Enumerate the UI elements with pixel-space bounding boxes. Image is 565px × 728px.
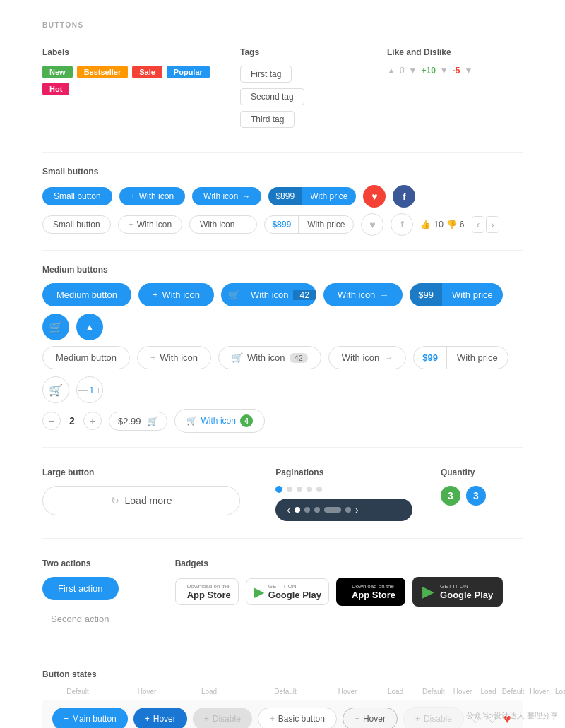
pag-dot-dark-1[interactable] xyxy=(295,507,300,513)
medium-price-button[interactable]: $99 With price xyxy=(410,283,503,306)
main-button-default[interactable]: + Main button xyxy=(52,708,128,728)
small-button-filled[interactable]: Small button xyxy=(42,187,112,205)
page-dot-3[interactable] xyxy=(297,487,302,492)
main-button-label: Main button xyxy=(72,714,117,724)
price-stepper-value: $2.99 xyxy=(118,416,141,426)
cart-icon-circle: 🛒 xyxy=(49,321,63,334)
basic-button-default[interactable]: + Basic button xyxy=(258,708,337,728)
label-hot: Hot xyxy=(42,83,69,95)
heart-outline-button[interactable]: ♥ xyxy=(361,213,383,236)
app-store-filled-button[interactable]: Download on the App Store xyxy=(336,578,405,606)
third-tag-button[interactable]: Third tag xyxy=(240,111,295,128)
hover-label-2: Hover xyxy=(326,688,369,696)
page-dot-5[interactable] xyxy=(316,487,322,492)
up-circle-button[interactable]: ▲ xyxy=(76,314,103,340)
download-on-label: Download on the xyxy=(187,583,231,590)
facebook-button[interactable]: f xyxy=(393,185,415,208)
google-play-filled-button[interactable]: ▶ GET IT ON Google Play xyxy=(412,577,503,607)
price-badge: $899 xyxy=(268,187,302,205)
pagination-light xyxy=(275,486,412,493)
price-label-outline: With price xyxy=(298,216,353,233)
app-store-label: App Store xyxy=(187,590,231,600)
price-stepper: $2.99 🛒 xyxy=(109,412,167,431)
medium-price-outline[interactable]: $99 With price xyxy=(413,346,509,369)
plus-icon-outline-right: + xyxy=(95,385,101,395)
with-icon-outline-label: With icon xyxy=(137,220,172,229)
like-dislike-title: Like and Dislike xyxy=(387,47,523,57)
load-icon-label: Load xyxy=(480,688,496,696)
prev-arrow[interactable]: ‹ xyxy=(472,216,485,233)
medium-price-badge: $99 xyxy=(410,283,442,306)
medium-button-filled[interactable]: Medium button xyxy=(42,283,131,306)
tags-title: Tags xyxy=(240,47,359,57)
up-circle-outline[interactable]: — 1 + xyxy=(76,376,103,403)
pag-dot-dark-2[interactable] xyxy=(304,507,310,513)
medium-with-icon-arrow-button[interactable]: With icon → xyxy=(323,283,403,306)
second-tag-button[interactable]: Second tag xyxy=(240,88,304,105)
small-button-outline[interactable]: Small button xyxy=(42,215,111,234)
medium-with-icon-outline[interactable]: + With icon xyxy=(137,346,211,369)
pagination-dark: ‹ › xyxy=(275,499,412,521)
page-dot-1[interactable] xyxy=(275,486,282,493)
medium-with-icon-button[interactable]: + With icon xyxy=(138,283,214,306)
thumbs-up-vote[interactable]: 👍 xyxy=(420,220,431,229)
plus-main: + xyxy=(64,714,69,724)
medium-button-outline[interactable]: Medium button xyxy=(42,346,130,369)
basic-button-label: Basic button xyxy=(278,714,325,724)
pag-next[interactable]: › xyxy=(355,504,359,515)
medium-price-label: With price xyxy=(442,283,503,306)
small-price-outline[interactable]: $899 With price xyxy=(264,215,354,234)
next-arrow[interactable]: › xyxy=(486,216,499,233)
load-more-button[interactable]: ↻ Load more xyxy=(42,486,240,515)
hover-label-basic: Hover xyxy=(363,714,386,724)
cart-icon-circle-outline: 🛒 xyxy=(49,383,63,397)
cart-circle-outline[interactable]: 🛒 xyxy=(42,376,69,403)
small-with-icon-outline[interactable]: + With icon xyxy=(118,215,182,234)
medium-with-icon-outline-label: With icon xyxy=(160,352,198,363)
page-dot-4[interactable] xyxy=(307,487,312,492)
small-with-icon-button[interactable]: + With icon xyxy=(119,187,185,205)
positive-count: +10 xyxy=(421,66,435,76)
small-with-icon-arrow-button[interactable]: With icon → xyxy=(192,187,261,205)
small-price-button[interactable]: $899 With price xyxy=(268,187,356,205)
disable-label-basic: Disable xyxy=(424,714,452,724)
quantity-title: Quantity xyxy=(441,467,523,477)
arrow-right-icon-md: → xyxy=(379,290,388,300)
arrow-right-icon: → xyxy=(242,191,250,201)
medium-with-icon-label: With icon xyxy=(162,290,200,300)
google-play-outline-button[interactable]: ▶ GET IT ON Google Play xyxy=(246,578,329,605)
medium-buttons-title: Medium buttons xyxy=(42,265,523,275)
plus-disabled: + xyxy=(204,714,209,724)
main-button-hover[interactable]: + Hover xyxy=(133,708,187,728)
increment-button[interactable]: + xyxy=(83,412,102,430)
thumbs-down-vote[interactable]: 👎 xyxy=(446,220,457,229)
qty-green: 3 xyxy=(441,486,460,506)
app-store-outline-button[interactable]: Download on the App Store xyxy=(175,578,239,605)
fb-outline-icon: f xyxy=(400,220,403,229)
thumbs-up-icon: ▲ xyxy=(387,66,396,76)
first-action-button[interactable]: First action xyxy=(42,577,119,600)
page-dot-2[interactable] xyxy=(287,487,292,492)
labels-title: Labels xyxy=(42,47,212,57)
medium-with-icon-arrow-outline-label: With icon xyxy=(342,352,379,363)
heart-button[interactable]: ♥ xyxy=(363,185,386,208)
small-with-icon-arrow-outline[interactable]: With icon → xyxy=(189,215,257,234)
thumbs-down2-icon: ▼ xyxy=(440,66,448,76)
plus-icon-md: + xyxy=(153,290,158,300)
medium-with-icon-badge-button[interactable]: 🛒 With icon 42 xyxy=(221,283,316,306)
pag-dot-dark-3[interactable] xyxy=(314,507,320,513)
cart-circle-button[interactable]: 🛒 xyxy=(42,314,69,340)
first-tag-button[interactable]: First tag xyxy=(240,66,292,83)
decrement-button[interactable]: − xyxy=(42,412,61,430)
second-action-button[interactable]: Second action xyxy=(42,607,117,631)
pag-prev[interactable]: ‹ xyxy=(287,504,290,515)
cart-with-icon-button[interactable]: 🛒 With icon 4 xyxy=(174,409,265,433)
basic-button-hover[interactable]: + Hover xyxy=(343,708,398,728)
thumbs-down-icon: ▼ xyxy=(409,66,417,76)
vote-up-count: 10 xyxy=(434,220,443,229)
pag-dot-dark-4[interactable] xyxy=(345,507,351,513)
fb-outline-button[interactable]: f xyxy=(391,213,413,236)
medium-with-icon-arrow-outline[interactable]: With icon → xyxy=(328,346,406,369)
section-title: BUTTONS xyxy=(42,21,523,29)
medium-with-icon-badge-outline[interactable]: 🛒 With icon 42 xyxy=(218,346,321,369)
